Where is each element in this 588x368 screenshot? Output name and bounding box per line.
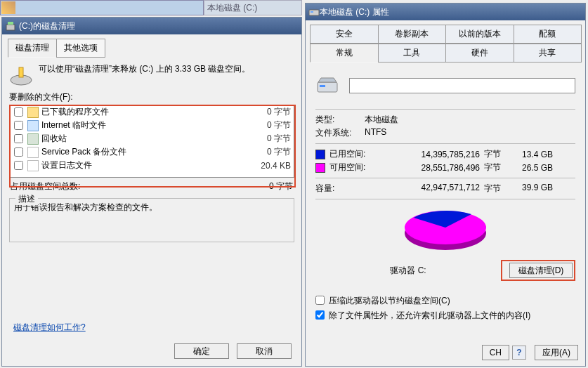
cancel-button[interactable]: 取消	[237, 343, 292, 359]
cleanup-tabstrip: 磁盘清理 其他选项	[2, 34, 301, 58]
tab-disk-cleanup[interactable]: 磁盘清理	[8, 39, 57, 58]
props-body: 类型:本地磁盘 文件系统:NTFS 已用空间: 14,395,785,216 字…	[306, 63, 585, 327]
cleanup-titlebar[interactable]: (C:)的磁盘清理	[2, 18, 301, 34]
used-space-row: 已用空间: 14,395,785,216 字节 13.4 GB	[315, 148, 575, 160]
volume-label-input[interactable]	[349, 78, 575, 93]
cleanup-title: (C:)的磁盘清理	[19, 20, 75, 32]
description-legend: 描述	[15, 193, 38, 205]
checkbox-compress-drive[interactable]	[315, 296, 325, 305]
picture-icon	[1, 1, 15, 14]
props-tabstrip-row1: 安全 卷影副本 以前的版本 配额	[306, 20, 585, 44]
svg-rect-1	[8, 22, 13, 25]
svg-rect-7	[320, 85, 325, 87]
tab-shadow-copies[interactable]: 卷影副本	[378, 25, 447, 44]
tab-tools[interactable]: 工具	[378, 44, 447, 63]
highlight-filelist	[9, 105, 296, 188]
cleanup-intro-text: 可以使用“磁盘清理”来释放 (C:) 上的 3.33 GB 磁盘空间。	[39, 63, 250, 75]
tab-quota[interactable]: 配额	[514, 25, 582, 44]
highlight-cleanup-button: 磁盘清理(D)	[501, 260, 575, 281]
background-window-2: 本地磁盘 (C:)	[204, 0, 302, 15]
props-tabstrip-row2: 常规 工具 硬件 共享	[306, 44, 585, 63]
checkbox-index-drive[interactable]	[315, 310, 325, 320]
usage-pie-chart	[315, 204, 575, 256]
disk-cleanup-button[interactable]: 磁盘清理(D)	[509, 263, 573, 278]
apply-button[interactable]: 应用(A)	[535, 345, 578, 360]
fs-value: NTFS	[365, 127, 386, 139]
bg-tab-label: 本地磁盘 (C:)	[207, 3, 257, 13]
cleanup-panel: 可以使用“磁盘清理”来释放 (C:) 上的 3.33 GB 磁盘空间。 要删除的…	[2, 58, 301, 249]
ime-button[interactable]: CH	[482, 345, 509, 360]
free-space-row: 可用空间: 28,551,786,496 字节 26.5 GB	[315, 162, 575, 173]
compress-label: 压缩此驱动器以节约磁盘空间(C)	[329, 295, 450, 307]
svg-rect-5	[311, 11, 313, 13]
drive-cleanup-icon	[9, 63, 33, 87]
tab-general[interactable]: 常规	[310, 44, 379, 63]
drive-properties-window: 本地磁盘 (C:) 属性 安全 卷影副本 以前的版本 配额 常规 工具 硬件 共…	[305, 3, 586, 367]
type-label: 类型:	[315, 114, 365, 126]
props-title: 本地磁盘 (C:) 属性	[320, 6, 389, 18]
cleanup-button-row: 确定 取消	[169, 343, 292, 359]
help-icon[interactable]: ?	[512, 346, 526, 360]
how-does-disk-cleanup-work-link[interactable]: 磁盘清理如何工作?	[13, 322, 86, 334]
drive-caption: 驱动器 C:	[315, 265, 501, 277]
props-titlebar[interactable]: 本地磁盘 (C:) 属性	[306, 4, 585, 20]
description-text: 用于错误报告和解决方案检查的文件。	[14, 202, 289, 213]
disk-cleanup-icon	[5, 20, 16, 32]
description-group: 描述 用于错误报告和解决方案检查的文件。	[9, 198, 294, 242]
ok-button[interactable]: 确定	[174, 343, 229, 359]
capacity-row: 容量: 42,947,571,712 字节 39.9 GB	[315, 183, 575, 195]
props-footer: CH ? 应用(A)	[476, 345, 578, 360]
tab-sharing[interactable]: 共享	[514, 44, 582, 63]
index-label: 除了文件属性外，还允许索引此驱动器上文件的内容(I)	[329, 310, 530, 322]
drive-icon	[308, 6, 320, 18]
fs-label: 文件系统:	[315, 127, 365, 139]
svg-rect-3	[19, 67, 23, 77]
tab-previous-versions[interactable]: 以前的版本	[445, 25, 514, 44]
drive-large-icon	[315, 74, 339, 98]
svg-rect-0	[6, 25, 15, 30]
disk-cleanup-window: (C:)的磁盘清理 磁盘清理 其他选项 可以使用“磁盘清理”来释放 (C:) 上…	[1, 17, 302, 367]
tab-security[interactable]: 安全	[310, 25, 379, 44]
background-window-1	[0, 0, 204, 15]
free-swatch	[315, 163, 325, 173]
files-to-delete-label: 要删除的文件(F):	[9, 91, 294, 103]
used-swatch	[315, 150, 325, 159]
tab-other-options[interactable]: 其他选项	[56, 39, 105, 58]
type-value: 本地磁盘	[365, 114, 398, 126]
tab-hardware[interactable]: 硬件	[445, 44, 514, 63]
